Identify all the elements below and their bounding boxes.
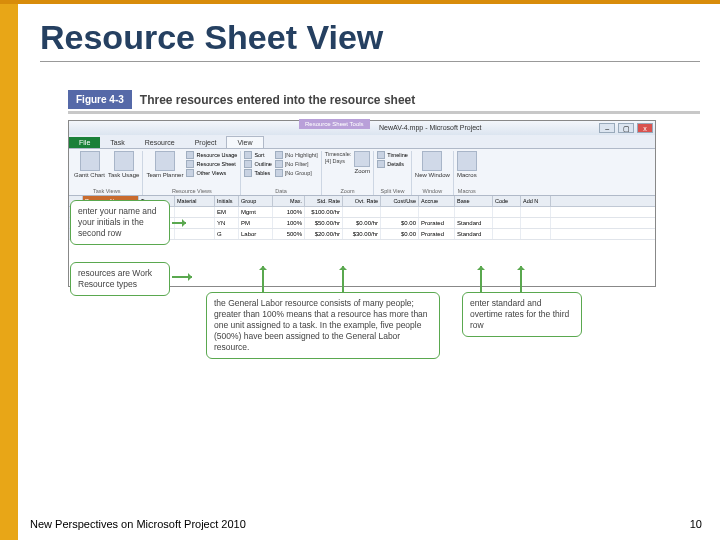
cell[interactable] bbox=[493, 218, 521, 228]
cell[interactable] bbox=[455, 207, 493, 217]
col-group[interactable]: Group bbox=[239, 196, 273, 206]
resource-usage-icon bbox=[186, 151, 194, 159]
resource-usage-button[interactable]: Resource Usage bbox=[186, 151, 237, 159]
col-add-new[interactable]: Add N bbox=[521, 196, 551, 206]
cell[interactable]: Prorated bbox=[419, 218, 455, 228]
col-max[interactable]: Max. bbox=[273, 196, 305, 206]
cell[interactable]: Standard bbox=[455, 229, 493, 239]
task-usage-button[interactable]: Task Usage bbox=[108, 151, 139, 178]
figure-divider bbox=[68, 111, 700, 114]
cell[interactable]: Mgmt bbox=[239, 207, 273, 217]
outline-icon bbox=[244, 160, 252, 168]
group-label: Window bbox=[415, 188, 450, 194]
titlebar: Resource Sheet Tools NewAV-4.mpp - Micro… bbox=[69, 121, 655, 135]
details-check[interactable]: Details bbox=[377, 160, 408, 168]
cell[interactable] bbox=[493, 207, 521, 217]
cell[interactable]: G bbox=[215, 229, 239, 239]
ribbon: Gantt Chart Task Usage Task Views Team P… bbox=[69, 149, 655, 196]
resource-sheet-button[interactable]: Resource Sheet bbox=[186, 160, 237, 168]
slide-top-bar bbox=[0, 0, 720, 4]
close-button[interactable]: x bbox=[637, 123, 653, 133]
cell[interactable] bbox=[175, 207, 215, 217]
filter-icon bbox=[275, 160, 283, 168]
cell[interactable]: $0.00 bbox=[381, 218, 419, 228]
resource-sheet-icon bbox=[186, 160, 194, 168]
footer-text: New Perspectives on Microsoft Project 20… bbox=[30, 518, 246, 530]
slide-title: Resource Sheet View bbox=[40, 18, 700, 62]
col-code[interactable]: Code bbox=[493, 196, 521, 206]
arrow-icon bbox=[262, 266, 264, 292]
figure-badge: Figure 4-3 bbox=[68, 90, 132, 109]
outline-button[interactable]: Outline bbox=[244, 160, 271, 168]
col-material[interactable]: Material bbox=[175, 196, 215, 206]
new-window-button[interactable]: New Window bbox=[415, 151, 450, 178]
cell[interactable] bbox=[521, 229, 551, 239]
tab-file[interactable]: File bbox=[69, 137, 100, 148]
ribbon-group-resource-views: Team Planner Resource Usage Resource She… bbox=[143, 151, 241, 195]
macros-button[interactable]: Macros bbox=[457, 151, 477, 178]
cell[interactable]: $30.00/hr bbox=[343, 229, 381, 239]
cell[interactable] bbox=[493, 229, 521, 239]
cell[interactable]: 500% bbox=[273, 229, 305, 239]
minimize-button[interactable]: – bbox=[599, 123, 615, 133]
cell[interactable] bbox=[419, 207, 455, 217]
other-views-button[interactable]: Other Views bbox=[186, 169, 237, 177]
tab-resource[interactable]: Resource bbox=[135, 137, 185, 148]
zoom-button[interactable]: Zoom bbox=[354, 151, 370, 174]
cell[interactable]: Standard bbox=[455, 218, 493, 228]
tab-project[interactable]: Project bbox=[185, 137, 227, 148]
cell[interactable]: Prorated bbox=[419, 229, 455, 239]
timescale-select[interactable]: [4] Days bbox=[325, 158, 351, 164]
cell[interactable]: PM bbox=[239, 218, 273, 228]
col-cost-use[interactable]: Cost/Use bbox=[381, 196, 419, 206]
ribbon-group-data: Sort Outline Tables [No Highlight] [No F… bbox=[241, 151, 321, 195]
col-std-rate[interactable]: Std. Rate bbox=[305, 196, 343, 206]
cell[interactable]: YN bbox=[215, 218, 239, 228]
tab-task[interactable]: Task bbox=[100, 137, 134, 148]
cell[interactable]: Labor bbox=[239, 229, 273, 239]
highlight-icon bbox=[275, 151, 283, 159]
cell[interactable]: 100% bbox=[273, 207, 305, 217]
col-base[interactable]: Base bbox=[455, 196, 493, 206]
group-label: Zoom bbox=[325, 188, 370, 194]
cell[interactable]: EM bbox=[215, 207, 239, 217]
cell[interactable] bbox=[381, 207, 419, 217]
ribbon-group-window: New Window Window bbox=[412, 151, 454, 195]
highlight-select[interactable]: [No Highlight] bbox=[275, 151, 318, 159]
col-initials[interactable]: Initials bbox=[215, 196, 239, 206]
group-label: Data bbox=[244, 188, 317, 194]
cell[interactable]: $0.00/hr bbox=[343, 218, 381, 228]
maximize-button[interactable]: ▢ bbox=[618, 123, 634, 133]
callout-enter-name: enter your name and your initials in the… bbox=[70, 200, 170, 245]
cell[interactable]: $100.00/hr bbox=[305, 207, 343, 217]
arrow-icon bbox=[480, 266, 482, 292]
cell[interactable] bbox=[521, 218, 551, 228]
timescale-label: Timescale: bbox=[325, 151, 351, 157]
ribbon-group-task-views: Gantt Chart Task Usage Task Views bbox=[71, 151, 143, 195]
col-accrue[interactable]: Accrue bbox=[419, 196, 455, 206]
macros-icon bbox=[457, 151, 477, 171]
team-planner-button[interactable]: Team Planner bbox=[146, 151, 183, 178]
tables-button[interactable]: Tables bbox=[244, 169, 271, 177]
cell[interactable] bbox=[343, 207, 381, 217]
gantt-chart-button[interactable]: Gantt Chart bbox=[74, 151, 105, 178]
cell[interactable] bbox=[175, 229, 215, 239]
cell[interactable] bbox=[521, 207, 551, 217]
tab-view[interactable]: View bbox=[226, 136, 263, 148]
cell[interactable]: 100% bbox=[273, 218, 305, 228]
ribbon-tabs: File Task Resource Project View bbox=[69, 135, 655, 149]
group-icon bbox=[275, 169, 283, 177]
cell[interactable]: $0.00 bbox=[381, 229, 419, 239]
cell[interactable]: $50.00/hr bbox=[305, 218, 343, 228]
filter-select[interactable]: [No Filter] bbox=[275, 160, 318, 168]
group-label: Task Views bbox=[74, 188, 139, 194]
timeline-check[interactable]: Timeline bbox=[377, 151, 408, 159]
cell[interactable]: $20.00/hr bbox=[305, 229, 343, 239]
sort-icon bbox=[244, 151, 252, 159]
tables-icon bbox=[244, 169, 252, 177]
sort-button[interactable]: Sort bbox=[244, 151, 271, 159]
col-ovt-rate[interactable]: Ovt. Rate bbox=[343, 196, 381, 206]
other-views-icon bbox=[186, 169, 194, 177]
group-select[interactable]: [No Group] bbox=[275, 169, 318, 177]
arrow-icon bbox=[520, 266, 522, 292]
